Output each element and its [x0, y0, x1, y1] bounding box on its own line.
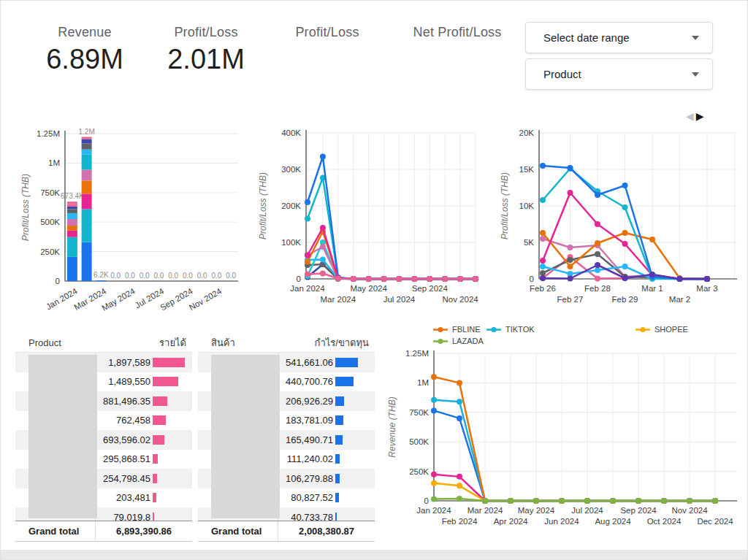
svg-text:Jul 2024: Jul 2024 — [571, 506, 603, 515]
cell-value: 881,496.35 — [96, 396, 150, 407]
svg-text:300K: 300K — [281, 165, 301, 174]
svg-text:Mar 3: Mar 3 — [696, 284, 717, 293]
chart-legend: FBLINETIKTOKSHOPEELAZADA — [383, 323, 744, 349]
legend-item-lazada[interactable]: LAZADA — [433, 337, 484, 345]
product-filter-label: Product — [526, 68, 692, 80]
scorecard-label: Revenue — [30, 25, 140, 40]
legend-item-shopee[interactable]: SHOPEE — [636, 325, 688, 334]
svg-text:Revenue (THB): Revenue (THB) — [387, 396, 397, 457]
scorecard-profit-loss-2: Profit/Loss — [272, 25, 382, 44]
svg-text:Jul 2024: Jul 2024 — [383, 295, 416, 304]
value-cell: 40,733.78 — [278, 507, 375, 521]
date-range-filter-label: Select date range — [526, 31, 692, 44]
table-body[interactable]: 1,897,5891,489,550881,496.35762,458693,5… — [15, 352, 192, 521]
legend-marker-icon — [433, 338, 448, 345]
svg-text:200K: 200K — [281, 202, 301, 210]
stacked-bar-chart-canvas[interactable]: 0250K500K750K1M1.25MProfit/Loss (THB)Jan… — [19, 122, 245, 318]
svg-text:0.0: 0.0 — [153, 272, 164, 280]
date-range-filter[interactable]: Select date range — [525, 22, 713, 53]
table-header: Product รายได้ — [15, 333, 192, 352]
column-header-product: Product — [15, 337, 61, 348]
line-chart-canvas[interactable]: 0100K200K300K400KProfit/Loss (THB)Jan 20… — [256, 122, 483, 318]
value-cell: 165,490.71 — [278, 430, 375, 450]
legend-marker-icon — [636, 326, 650, 333]
line-chart-canvas[interactable]: 05K10K15K20KProfit/Loss (THB)Feb 26Feb 2… — [496, 122, 743, 318]
svg-text:1.25M: 1.25M — [405, 349, 429, 358]
cell-bar — [153, 358, 185, 367]
svg-text:0.0: 0.0 — [226, 272, 236, 280]
scorecard-label: Net Profit/Loss — [395, 25, 519, 40]
table-body[interactable]: 541,661.06440,700.76206,926.29183,781.09… — [198, 352, 375, 521]
value-cell: 79,019.8 — [96, 507, 192, 521]
chart-pagination: ◀ ▶ — [686, 111, 704, 121]
value-cell: 254,798.45 — [96, 469, 192, 488]
svg-text:Feb 2024: Feb 2024 — [442, 517, 478, 526]
svg-text:15K: 15K — [519, 165, 535, 174]
svg-text:Jan 2024: Jan 2024 — [290, 284, 325, 293]
cell-value: 165,490.71 — [278, 434, 333, 445]
redacted-product-names — [211, 355, 280, 518]
next-page-icon[interactable]: ▶ — [696, 111, 704, 121]
line-chart-canvas[interactable]: 0250K500K750K1M1.25MRevenue (THB)Jan 202… — [383, 349, 744, 537]
scorecard-revenue: Revenue 6.89M — [30, 25, 140, 75]
svg-text:Feb 27: Feb 27 — [557, 295, 584, 304]
cell-value: 206,926.29 — [278, 396, 333, 407]
cell-bar — [153, 415, 166, 425]
column-header-revenue: รายได้ — [159, 335, 192, 350]
cell-bar — [335, 377, 354, 386]
legend-item-tiktok[interactable]: TIKTOK — [486, 325, 535, 334]
column-header-profit: กำไร/ขาดทุน — [315, 335, 375, 350]
svg-text:Sep 2024: Sep 2024 — [620, 506, 657, 515]
svg-text:Oct 2024: Oct 2024 — [647, 517, 682, 526]
legend-label: SHOPEE — [654, 325, 688, 334]
legend-item-fbline[interactable]: FBLINE — [433, 325, 481, 334]
svg-text:0.0: 0.0 — [183, 272, 193, 280]
cell-bar — [153, 377, 178, 386]
svg-text:Dec 2024: Dec 2024 — [697, 517, 733, 526]
svg-text:Feb 26: Feb 26 — [530, 284, 556, 293]
cell-bar — [335, 474, 340, 483]
cell-value: 541,661.06 — [278, 357, 333, 368]
cell-bar — [335, 396, 344, 406]
cell-bar — [153, 493, 156, 502]
cell-value: 79,019.8 — [96, 512, 150, 521]
svg-text:May 2024: May 2024 — [350, 284, 387, 293]
cell-bar — [335, 493, 339, 502]
svg-text:0.0: 0.0 — [197, 272, 207, 280]
svg-text:100K: 100K — [281, 238, 301, 247]
svg-text:20K: 20K — [519, 129, 535, 137]
svg-text:0: 0 — [424, 496, 429, 505]
scorecard-net-profit-loss: Net Profit/Loss — [395, 25, 519, 44]
grand-total-label: Grand total — [15, 521, 96, 541]
svg-text:Feb 28: Feb 28 — [584, 284, 611, 293]
product-filter[interactable]: Product — [525, 58, 713, 90]
svg-text:1M: 1M — [48, 158, 60, 167]
legend-label: FBLINE — [452, 325, 481, 334]
svg-text:May 2024: May 2024 — [518, 506, 555, 515]
table-header: สินค้า กำไร/ขาดทุน — [198, 333, 375, 352]
scorecard-value: 6.89M — [30, 44, 140, 75]
svg-text:Nov 2024: Nov 2024 — [188, 286, 224, 312]
value-cell: 1,489,550 — [96, 372, 192, 392]
legend-label: LAZADA — [452, 337, 484, 345]
value-cell: 80,827.52 — [278, 488, 375, 508]
dashboard-page: Revenue 6.89M Profit/Loss 2.01M Profit/L… — [0, 0, 748, 560]
svg-text:673.4K: 673.4K — [61, 192, 84, 200]
cell-value: 440,700.76 — [278, 376, 333, 387]
cell-value: 254,798.45 — [96, 473, 150, 484]
value-cell: 106,279.88 — [278, 469, 375, 488]
grand-total-label: Grand total — [198, 521, 278, 541]
cell-bar — [335, 415, 343, 425]
profit-by-product-table: สินค้า กำไร/ขาดทุน 541,661.06440,700.762… — [198, 333, 375, 542]
svg-text:0.0: 0.0 — [125, 272, 135, 280]
grand-total-value: 2,008,380.87 — [278, 526, 375, 537]
svg-text:Aug 2024: Aug 2024 — [595, 517, 631, 526]
svg-text:1M: 1M — [417, 378, 429, 387]
value-cell: 541,661.06 — [278, 353, 375, 372]
legend-label: TIKTOK — [505, 325, 535, 334]
svg-text:500K: 500K — [40, 218, 60, 226]
cell-bar — [335, 454, 340, 464]
cell-value: 111,240.02 — [278, 453, 333, 464]
prev-page-icon[interactable]: ◀ — [686, 111, 694, 121]
svg-text:Nov 2024: Nov 2024 — [442, 295, 478, 304]
